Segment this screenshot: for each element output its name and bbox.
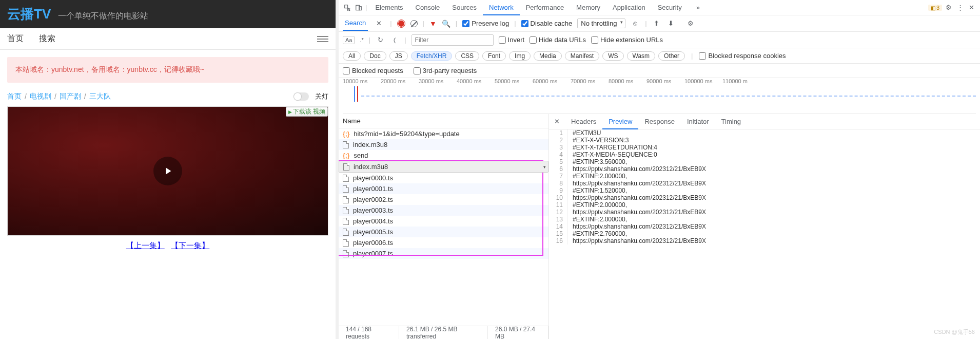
request-row[interactable]: player0005.ts (339, 227, 548, 237)
document-icon (343, 250, 349, 257)
search-tab[interactable]: Search (343, 16, 368, 31)
throttling-select[interactable]: No throttling (577, 18, 625, 28)
request-row[interactable]: player0000.ts (339, 173, 548, 183)
lights-toggle[interactable] (293, 92, 309, 101)
upload-icon[interactable]: ⬆ (652, 20, 661, 27)
name-column-header[interactable]: Name (339, 114, 548, 128)
chip-js[interactable]: JS (389, 51, 408, 61)
chip-ws[interactable]: WS (602, 51, 623, 61)
request-row[interactable]: player0002.ts (339, 194, 548, 205)
crumb-tvshow[interactable]: 电视剧 (30, 92, 51, 101)
video-player[interactable]: 下载该 视频 (8, 107, 328, 235)
request-row[interactable]: player0007.ts (339, 248, 548, 259)
crumb-title[interactable]: 三大队 (89, 92, 111, 101)
detail-tab-timing[interactable]: Timing (715, 114, 748, 129)
next-episode[interactable]: 【下一集】 (171, 241, 209, 250)
burger-icon[interactable] (317, 34, 328, 44)
request-row[interactable]: {;}hits?mid=1&id=59204&type=update (339, 128, 548, 139)
reload-icon[interactable]: ↻ (376, 36, 385, 44)
prev-episode[interactable]: 【上一集】 (126, 241, 165, 250)
chip-media[interactable]: Media (534, 51, 562, 61)
site-logo[interactable]: 云播TV (7, 5, 51, 23)
blocked-cookies-checkbox[interactable]: Blocked response cookies (699, 52, 786, 60)
disable-cache-checkbox[interactable]: Disable cache (521, 20, 573, 27)
download-badge[interactable]: 下载该 视频 (286, 107, 328, 117)
nav-search[interactable]: 搜索 (39, 33, 55, 44)
blocked-requests-checkbox[interactable]: Blocked requests (343, 67, 403, 74)
line-number: 1 (549, 129, 567, 137)
request-row[interactable]: player0004.ts (339, 216, 548, 227)
status-bar: 144 / 168 requests 26.1 MB / 26.5 MB tra… (339, 326, 548, 339)
regex-icon[interactable]: .* (360, 37, 363, 43)
download-icon[interactable]: ⬇ (667, 20, 676, 27)
nav-home[interactable]: 首页 (7, 33, 24, 44)
request-row[interactable]: {;}send (339, 150, 548, 161)
detail-tab-response[interactable]: Response (638, 114, 681, 129)
chip-manifest[interactable]: Manifest (565, 51, 599, 61)
chip-all[interactable]: All (343, 51, 361, 61)
detail-tab-initiator[interactable]: Initiator (681, 114, 715, 129)
code-text: #EXTINF:2.000000, (567, 201, 627, 209)
document-icon (343, 239, 349, 247)
clear-icon[interactable] (410, 20, 418, 27)
close-detail-icon[interactable]: ✕ (551, 118, 563, 125)
chip-fetchxhr[interactable]: Fetch/XHR (411, 51, 453, 61)
inspect-icon[interactable] (343, 4, 352, 11)
third-party-checkbox[interactable]: 3rd-party requests (414, 67, 477, 74)
hide-data-urls-checkbox[interactable]: Hide data URLs (530, 36, 586, 44)
request-row[interactable]: index.m3u8 (339, 139, 548, 150)
chip-wasm[interactable]: Wasm (627, 51, 656, 61)
invert-checkbox[interactable]: Invert (499, 36, 525, 44)
chip-other[interactable]: Other (658, 51, 685, 61)
request-row[interactable]: player0003.ts (339, 205, 548, 216)
tab-network[interactable]: Network (483, 0, 520, 15)
code-text: https://pptv.shanshanku.com/202312/21/Bx… (567, 209, 706, 216)
play-button[interactable] (153, 157, 182, 185)
preview-body[interactable]: 1#EXTM3U2#EXT-X-VERSION:33#EXT-X-TARGETD… (549, 129, 980, 339)
request-row[interactable]: player0006.ts (339, 237, 548, 248)
code-line: 14https://pptv.shanshanku.com/202312/21/… (549, 223, 980, 230)
filter-input[interactable] (411, 34, 494, 46)
detail-tab-headers[interactable]: Headers (565, 114, 602, 129)
tab-elements[interactable]: Elements (369, 0, 409, 15)
hide-ext-urls-checkbox[interactable]: Hide extension URLs (591, 36, 663, 44)
crumb-domestic[interactable]: 国产剧 (60, 92, 81, 101)
crumb-home[interactable]: 首页 (7, 92, 22, 101)
tab-performance[interactable]: Performance (520, 0, 570, 15)
gear-icon[interactable]: ⚙ (944, 4, 953, 11)
chip-img[interactable]: Img (509, 51, 531, 61)
site-nav: 首页 搜索 (0, 28, 336, 50)
chip-css[interactable]: CSS (455, 51, 479, 61)
match-case-icon[interactable]: Aa (343, 36, 355, 44)
detail-tab-preview[interactable]: Preview (602, 114, 638, 129)
kebab-icon[interactable]: ⋮ (955, 4, 965, 11)
request-list[interactable]: {;}hits?mid=1&id=59204&type=updateindex.… (339, 128, 548, 326)
tab-console[interactable]: Console (409, 0, 446, 15)
warning-badge[interactable]: 3 (928, 5, 942, 11)
request-row[interactable]: index.m3u8 (339, 161, 548, 173)
wifi-icon[interactable]: ⎋ (631, 20, 640, 27)
tab-sources[interactable]: Sources (446, 0, 483, 15)
chip-doc[interactable]: Doc (364, 51, 386, 61)
device-icon[interactable] (354, 4, 363, 11)
close-search-icon[interactable]: ✕ (373, 20, 385, 27)
network-toolbar: Search ✕ | | ▼ 🔍 | Preserve log | Disabl… (339, 15, 980, 32)
filter-icon[interactable]: ▼ (429, 20, 437, 28)
tab-security[interactable]: Security (652, 0, 688, 15)
tab-application[interactable]: Application (606, 0, 652, 15)
close-devtools-icon[interactable]: ✕ (967, 4, 976, 11)
code-line: 15#EXTINF:2.760000, (549, 230, 980, 237)
panel-gear-icon[interactable]: ⚙ (686, 20, 695, 27)
request-row[interactable]: player0001.ts (339, 183, 548, 194)
timeline-tick: 20000 ms (381, 78, 419, 84)
request-name: index.m3u8 (353, 141, 387, 148)
tab-memory[interactable]: Memory (570, 0, 606, 15)
tabs-overflow[interactable]: » (690, 0, 706, 15)
preserve-log-checkbox[interactable]: Preserve log (462, 20, 509, 27)
network-timeline[interactable]: 10000 ms20000 ms30000 ms40000 ms50000 ms… (343, 78, 976, 114)
record-button[interactable] (397, 20, 405, 28)
reverse-icon[interactable]: ⦅ (390, 36, 399, 44)
chip-font[interactable]: Font (482, 51, 506, 61)
search-icon[interactable]: 🔍 (442, 20, 450, 28)
devtools-pane: | ElementsConsoleSourcesNetworkPerforman… (339, 0, 980, 339)
